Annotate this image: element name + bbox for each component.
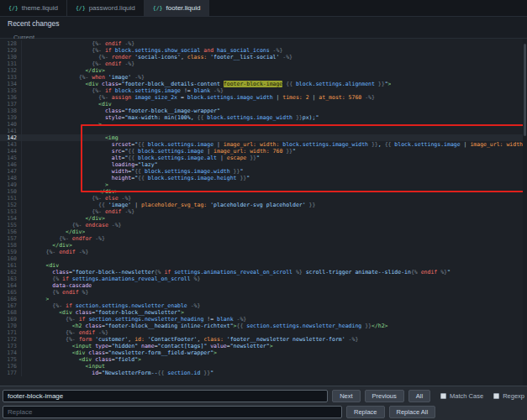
code-line[interactable]: 145 alt="{{ block.settings.image.alt | e… bbox=[0, 155, 527, 161]
code-editor[interactable]: 128 {%- endif -%}129 {%- if block.settin… bbox=[0, 39, 527, 386]
match-case-checkbox[interactable] bbox=[440, 393, 446, 399]
code-line[interactable]: 139 style="max-width: min(100%, {{ block… bbox=[0, 114, 527, 121]
code-line[interactable]: 152 {{ 'image' | placeholder_svg_tag: 'p… bbox=[0, 202, 527, 208]
code-line[interactable]: 138 class="footer-block__image-wrapper" bbox=[0, 108, 527, 114]
code-lines: 128 {%- endif -%}129 {%- if block.settin… bbox=[0, 39, 527, 376]
code-line-text: <div class="newsletter-form__field-wrapp… bbox=[22, 349, 217, 356]
code-line[interactable]: 172 {%- form 'customer', id: 'ContactFoo… bbox=[0, 336, 527, 343]
code-line[interactable]: 170 <h2 class="footer-block__heading inl… bbox=[0, 323, 527, 329]
code-line[interactable]: 142 <img bbox=[0, 134, 527, 141]
line-number: 159 bbox=[0, 249, 22, 255]
code-line[interactable]: 134 <div class="footer-block__details-co… bbox=[0, 81, 527, 87]
code-line[interactable]: 177 id="NewsletterForm--{{ section.id }}… bbox=[0, 370, 527, 376]
scrollbar[interactable] bbox=[523, 39, 527, 386]
line-number: 139 bbox=[0, 114, 22, 121]
code-line[interactable]: 155 {%- endcase -%} bbox=[0, 222, 527, 228]
code-line[interactable]: 135 {%- if block.settings.image != blank… bbox=[0, 87, 527, 94]
code-line-text: </div> bbox=[22, 67, 105, 74]
code-line-text: </div> bbox=[22, 228, 85, 235]
line-number: 174 bbox=[0, 349, 22, 356]
code-line[interactable]: 171 {%- endif -%} bbox=[0, 329, 527, 336]
liquid-file-icon: {/} bbox=[8, 5, 18, 12]
scrollbar-thumb[interactable] bbox=[524, 44, 526, 136]
find-all-button[interactable]: All bbox=[408, 390, 430, 402]
code-line[interactable]: 162 class="footer-block--newsletter{% if… bbox=[0, 269, 527, 276]
code-line[interactable]: 148 height="{{ block.settings.image.heig… bbox=[0, 175, 527, 181]
code-line-text: {%- endif -%} bbox=[22, 208, 134, 215]
code-line-text: <div bbox=[22, 262, 59, 269]
code-line[interactable]: 166 > bbox=[0, 296, 527, 302]
line-number: 143 bbox=[0, 141, 22, 148]
find-next-button[interactable]: Next bbox=[332, 390, 360, 402]
tab-password-liquid[interactable]: {/}password.liquid bbox=[67, 0, 145, 16]
code-line[interactable]: 144 src="{{ block.settings.image | image… bbox=[0, 148, 527, 155]
code-line[interactable]: 143 srcset="{{ block.settings.image | im… bbox=[0, 141, 527, 148]
code-line[interactable]: 131 {%- endif -%} bbox=[0, 60, 527, 67]
line-number: 165 bbox=[0, 289, 22, 296]
replace-row: Replace Replace All bbox=[3, 406, 524, 418]
line-number: 141 bbox=[0, 128, 22, 134]
code-line-text: {{ 'image' | placeholder_svg_tag: 'place… bbox=[22, 202, 315, 208]
code-line-text: {%- endcase -%} bbox=[22, 222, 122, 228]
tab-footer-liquid[interactable]: {/}footer.liquid bbox=[145, 0, 210, 16]
line-number: 160 bbox=[0, 255, 22, 262]
code-line[interactable]: 160 bbox=[0, 255, 527, 262]
line-number: 162 bbox=[0, 269, 22, 276]
find-input[interactable] bbox=[3, 390, 328, 402]
liquid-file-icon: {/} bbox=[76, 5, 86, 12]
code-line[interactable]: 128 {%- endif -%} bbox=[0, 40, 527, 47]
code-line-text: </div> bbox=[22, 188, 119, 195]
code-line[interactable]: 158 </div> bbox=[0, 242, 527, 249]
code-line[interactable]: 149 > bbox=[0, 181, 527, 188]
code-line[interactable]: 159 {%- endif -%} bbox=[0, 249, 527, 255]
code-line-text: </div> bbox=[22, 242, 72, 249]
recent-changes-panel: Recent changes Current bbox=[0, 17, 527, 39]
code-line-text: {% if settings.animations_reveal_on_scro… bbox=[22, 276, 200, 282]
code-line[interactable]: 147 width="{{ block.settings.image.width… bbox=[0, 168, 527, 175]
code-line[interactable]: 164 data-cascade bbox=[0, 282, 527, 289]
code-line-text: > bbox=[22, 181, 108, 188]
find-previous-button[interactable]: Previous bbox=[365, 390, 404, 402]
code-line-text: > bbox=[22, 296, 49, 302]
code-line[interactable]: 146 loading="lazy" bbox=[0, 161, 527, 168]
code-line[interactable]: 136 {%- assign image_size_2x = block.set… bbox=[0, 94, 527, 101]
line-number: 170 bbox=[0, 323, 22, 329]
code-line[interactable]: 156 </div> bbox=[0, 228, 527, 235]
code-line[interactable]: 174 <div class="newsletter-form__field-w… bbox=[0, 349, 527, 356]
code-line-text: alt="{{ block.settings.image.alt | escap… bbox=[22, 155, 260, 161]
code-line[interactable]: 176 <input bbox=[0, 363, 527, 370]
code-line[interactable]: 137 <div bbox=[0, 101, 527, 108]
code-line[interactable]: 141 bbox=[0, 128, 527, 134]
replace-input[interactable] bbox=[3, 406, 342, 418]
code-line[interactable]: 129 {%- if block.settings.show_social an… bbox=[0, 47, 527, 54]
code-line[interactable]: 173 <input type="hidden" name="contact[t… bbox=[0, 343, 527, 349]
code-line[interactable]: 165 {% endif %} bbox=[0, 289, 527, 296]
code-line[interactable]: 132 </div> bbox=[0, 67, 527, 74]
code-line[interactable]: 151 {%- else -%} bbox=[0, 195, 527, 202]
code-line[interactable]: 163 {% if settings.animations_reveal_on_… bbox=[0, 276, 527, 282]
code-line[interactable]: 154 </div> bbox=[0, 215, 527, 222]
regexp-checkbox[interactable] bbox=[493, 393, 499, 399]
code-line[interactable]: 133 {%- when 'image' -%} bbox=[0, 74, 527, 81]
code-line[interactable]: 169 {%- if section.settings.newsletter_h… bbox=[0, 316, 527, 323]
tab-theme-liquid[interactable]: {/}theme.liquid bbox=[0, 0, 67, 16]
code-line[interactable]: 140 > bbox=[0, 121, 527, 128]
code-line[interactable]: 175 <div class="field"> bbox=[0, 356, 527, 363]
code-line[interactable]: 150 </div> bbox=[0, 188, 527, 195]
code-line-text: <h2 class="footer-block__heading inline-… bbox=[22, 323, 388, 329]
replace-all-button[interactable]: Replace All bbox=[389, 406, 436, 418]
line-number: 172 bbox=[0, 336, 22, 343]
code-line-text: data-cascade bbox=[22, 282, 92, 289]
code-line[interactable]: 153 {%- endif -%} bbox=[0, 208, 527, 215]
code-line[interactable]: 161 <div bbox=[0, 262, 527, 269]
code-line-text: class="footer-block--newsletter{% if set… bbox=[22, 269, 451, 276]
code-line[interactable]: 168 <div class="footer-block__newsletter… bbox=[0, 309, 527, 316]
replace-button[interactable]: Replace bbox=[346, 406, 385, 418]
line-number: 148 bbox=[0, 175, 22, 181]
code-line[interactable]: 130 {%- render 'social-icons', class: 'f… bbox=[0, 54, 527, 60]
tab-label: password.liquid bbox=[89, 4, 135, 12]
line-number: 168 bbox=[0, 309, 22, 316]
line-number: 146 bbox=[0, 161, 22, 168]
code-line[interactable]: 157 {%- endfor -%} bbox=[0, 235, 527, 242]
code-line[interactable]: 167 {%- if section.settings.newsletter_e… bbox=[0, 302, 527, 309]
